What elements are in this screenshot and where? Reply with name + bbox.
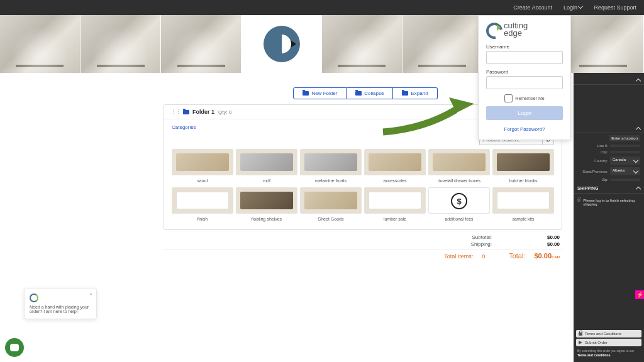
category-sheet-goods[interactable]: Sheet Goods: [300, 187, 362, 222]
brand-mark-icon: [30, 293, 38, 302]
country-select[interactable]: Canada: [610, 156, 640, 165]
category-thumb: [172, 149, 233, 175]
feedback-tab[interactable]: ⚡: [635, 290, 644, 299]
folder-icon: [402, 91, 408, 96]
category-label: lumber sale: [384, 217, 406, 221]
top-bar: Create Account Login Request Support: [0, 0, 644, 15]
category-thumb: [428, 187, 490, 214]
close-icon[interactable]: ×: [89, 291, 92, 297]
category-butcher-blocks[interactable]: butcher blocks: [492, 149, 554, 184]
username-label: Username: [486, 44, 563, 50]
create-account-link[interactable]: Create Account: [513, 4, 552, 11]
sidebar-section[interactable]: [574, 77, 644, 85]
city-label: City:: [601, 150, 608, 154]
category-label: butcher blocks: [509, 178, 537, 183]
total-value: $0.00: [534, 252, 552, 260]
category-label: Sheet Goods: [318, 217, 344, 221]
shipping-login-note: Please log in to finish selecting shippi…: [583, 199, 640, 206]
category-floating-shelves[interactable]: floating shelves: [236, 187, 297, 222]
category-thumb: [428, 149, 490, 175]
chevron-down-icon: [633, 158, 638, 163]
banner-image: [161, 15, 242, 73]
category-wood[interactable]: wood: [172, 149, 233, 184]
folder-open-icon: [183, 110, 189, 114]
sidebar-section[interactable]: [574, 125, 644, 133]
login-popover: cuttingedge Username Password Remember M…: [478, 15, 571, 140]
password-input[interactable]: [486, 76, 563, 89]
line5-input[interactable]: [610, 145, 640, 147]
shipping-label: Shipping:: [471, 241, 492, 247]
line5-label: Line 5:: [597, 144, 608, 148]
password-label: Password: [486, 69, 563, 75]
drag-handle-icon[interactable]: ⋮⋮: [170, 109, 180, 115]
brand-mark-icon: [486, 23, 500, 36]
category-thumb: [492, 187, 554, 214]
c-logo-icon: [264, 26, 300, 62]
banner-logo: [242, 15, 321, 73]
state-select[interactable]: Alberta: [610, 167, 640, 175]
chat-message: Need a hand with placing your order? I a…: [30, 305, 89, 314]
lock-icon: [577, 199, 580, 202]
category-finish[interactable]: finish: [172, 187, 233, 222]
state-label: State/Province:: [582, 170, 608, 173]
category-thumb: [300, 187, 362, 214]
chat-launcher[interactable]: [5, 338, 24, 357]
category-label: melamine fronts: [315, 178, 347, 183]
category-label: wood: [197, 178, 208, 183]
submit-order-button[interactable]: Submit Order: [576, 339, 641, 346]
category-label: floating shelves: [252, 217, 282, 221]
banner-image: [80, 15, 161, 73]
total-label: Total:: [509, 252, 525, 260]
zip-input[interactable]: [610, 178, 640, 181]
currency: CAD: [552, 255, 560, 259]
collapse-button[interactable]: Collapse: [347, 87, 393, 99]
banner-image: [0, 15, 80, 73]
category-melamine-fronts[interactable]: melamine fronts: [300, 149, 362, 184]
remember-me-label: Remember Me: [515, 96, 544, 101]
category-label: dovetail drawer boxes: [438, 178, 480, 183]
login-button[interactable]: Login: [486, 106, 563, 120]
banner-image: [322, 15, 402, 73]
category-thumb: [236, 149, 297, 175]
category-accessories[interactable]: accessories: [364, 149, 426, 184]
subtotal-label: Subtotal:: [472, 234, 492, 240]
shipping-section-header[interactable]: SHIPPING: [574, 184, 644, 194]
terms-button[interactable]: Terms and Conditions: [576, 330, 641, 337]
category-lumber-sale[interactable]: lumber sale: [364, 187, 426, 222]
category-thumb: [364, 187, 426, 214]
zip-label: Zip:: [602, 178, 608, 182]
subtotal-value: $0.00: [530, 234, 560, 240]
new-folder-button[interactable]: New Folder: [293, 87, 347, 99]
request-support-link[interactable]: Request Support: [594, 4, 636, 11]
chevron-up-icon: [636, 186, 641, 191]
country-label: Country:: [594, 159, 608, 163]
category-dovetail-drawer-boxes[interactable]: dovetail drawer boxes: [428, 149, 490, 184]
folder-qty: Qty: 0: [218, 109, 231, 115]
chevron-up-icon: [636, 127, 641, 132]
category-label: mdf: [263, 178, 270, 183]
category-sample-kits[interactable]: sample kits: [492, 187, 554, 222]
category-label: accessories: [384, 178, 407, 183]
total-items-value: 0: [482, 253, 485, 260]
category-label: sample kits: [512, 217, 534, 221]
banner-image: [402, 15, 483, 73]
chevron-down-icon: [633, 168, 638, 173]
folder-icon: [355, 91, 362, 96]
category-thumb: [300, 149, 362, 175]
order-totals: Subtotal:$0.00 Shipping:$0.00 Total Item…: [164, 234, 562, 262]
expand-button[interactable]: Expand: [393, 87, 437, 99]
brand-logo: cuttingedge: [486, 22, 563, 38]
remember-me-checkbox[interactable]: [504, 94, 513, 102]
folder-icon: [303, 91, 309, 96]
category-thumb: [236, 187, 297, 214]
username-input[interactable]: [486, 51, 563, 64]
login-menu[interactable]: Login: [564, 4, 583, 11]
chat-tooltip: × Need a hand with placing your order? I…: [24, 288, 97, 319]
forgot-password-link[interactable]: Forgot Password?: [486, 126, 563, 132]
category-additional-fees[interactable]: additional fees: [428, 187, 490, 222]
category-mdf[interactable]: mdf: [236, 149, 297, 184]
city-input[interactable]: [610, 151, 640, 153]
submit-disclaimer: By submitting this order you agree to ou…: [576, 348, 641, 357]
category-label: additional fees: [445, 217, 473, 221]
location-input[interactable]: Enter a location: [609, 135, 640, 141]
